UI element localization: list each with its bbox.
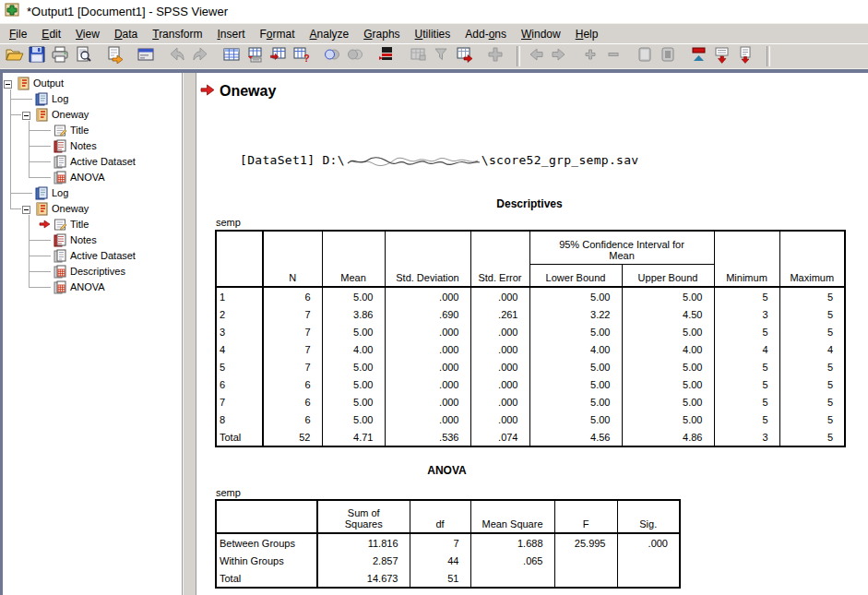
cell: 4 — [714, 340, 779, 358]
tree-item-label: Descriptives — [70, 266, 125, 277]
row-label: Total — [216, 428, 263, 446]
redacted-path-segment — [345, 155, 482, 167]
menu-file[interactable]: File — [2, 26, 34, 42]
toolbar-run-script-button[interactable] — [375, 45, 398, 67]
anova-row: Within Groups2.85744.065 — [216, 552, 680, 569]
toolbar-variable-info-button[interactable]: ? — [290, 45, 312, 67]
cell: 1.688 — [470, 533, 554, 552]
spss-app-icon — [5, 2, 20, 21]
cell: 2.857 — [317, 552, 410, 569]
row-label: 6 — [216, 375, 263, 393]
toolbar-undo-button — [166, 45, 188, 67]
cell: 7 — [263, 358, 322, 375]
cell: 4.71 — [322, 428, 385, 446]
anova-pivot-table[interactable]: Sum of SquaresdfMean SquareFSig.Between … — [215, 499, 681, 589]
table-icon — [53, 265, 67, 279]
tree-item-output[interactable]: Output — [3, 76, 182, 91]
descriptives-pivot-table[interactable]: NMeanStd. DeviationStd. Error95% Confide… — [215, 230, 846, 447]
cell: 5.00 — [322, 375, 385, 393]
toolbar-expand-button[interactable] — [579, 45, 601, 67]
cell: .000 — [470, 287, 529, 305]
toolbar-group — [103, 45, 126, 67]
log-icon — [34, 186, 49, 200]
cell: 7 — [263, 340, 322, 358]
anova-row: Total14.67351 — [216, 569, 680, 588]
expander-minus-icon[interactable] — [22, 205, 30, 213]
tree-guide — [10, 114, 21, 116]
cell: 3.22 — [529, 305, 622, 323]
toolbar-save-button[interactable] — [26, 45, 48, 67]
toolbar-move-item-button — [484, 45, 506, 67]
cell: 5 — [714, 323, 779, 340]
toolbar-goto-case-button[interactable] — [244, 45, 266, 67]
toolbar-hide-button — [657, 45, 679, 67]
row-label: 7 — [216, 393, 263, 411]
toolbar-use-sets-button[interactable] — [321, 45, 343, 67]
row-label: 1 — [216, 287, 263, 305]
expander-minus-icon[interactable] — [22, 111, 30, 119]
toolbar-print-preview-button[interactable] — [72, 45, 94, 67]
cell: .000 — [385, 375, 470, 393]
open-icon — [5, 45, 24, 67]
toolbar-open-button[interactable] — [3, 45, 25, 67]
toolbar-group — [135, 45, 158, 67]
anova-table-container: Sum of SquaresdfMean SquareFSig.Between … — [215, 499, 681, 589]
tree-guide — [10, 99, 32, 101]
toolbar-goto-output-item-button[interactable] — [453, 45, 475, 67]
toolbar-export-output-button[interactable] — [103, 45, 125, 67]
column-header: Minimum — [714, 231, 779, 287]
cell: 5.00 — [622, 323, 714, 340]
toolbar-insert-title-button[interactable] — [711, 45, 733, 67]
toolbar-goto-data-button[interactable] — [220, 45, 243, 67]
descriptives-row: Total524.71.536.0744.564.8635 — [216, 428, 845, 446]
menu-format[interactable]: Format — [253, 26, 303, 42]
tree-item-label: Active Dataset — [70, 250, 136, 261]
window-title: *Output1 [Document1] - SPSS Viewer — [27, 5, 228, 18]
menu-graphs[interactable]: Graphs — [356, 26, 407, 42]
menu-insert[interactable]: Insert — [209, 26, 252, 42]
outline-pane: OutputLogOnewayTitleNotesActive DatasetA… — [3, 73, 183, 595]
menu-edit[interactable]: Edit — [34, 26, 68, 42]
toolbar-insert-heading-button[interactable] — [688, 45, 710, 67]
pane-splitter[interactable] — [183, 73, 196, 595]
toolbar-promote-button[interactable] — [525, 45, 547, 67]
cell: 4.56 — [529, 428, 622, 446]
toolbar-group — [579, 45, 625, 67]
anova-caption: semp — [216, 487, 241, 498]
menu-data[interactable]: Data — [107, 26, 145, 42]
toolbar-collapse-button[interactable] — [602, 45, 624, 67]
toolbar-insert-text-button[interactable] — [734, 45, 756, 67]
toolbar-variables-button[interactable] — [267, 45, 289, 67]
toolbar-group — [525, 45, 571, 67]
menu-utilities[interactable]: Utilities — [408, 26, 458, 42]
toolbar-recall-dialog-button[interactable] — [135, 45, 157, 67]
toolbar-group: ? — [220, 45, 313, 67]
notes-icon — [53, 139, 67, 153]
menu-transform[interactable]: Transform — [145, 26, 209, 42]
dataset-icon — [53, 155, 67, 169]
print-preview-icon — [74, 45, 92, 67]
cell: 5 — [779, 305, 845, 323]
filter-icon — [432, 45, 450, 67]
cell: 5 — [714, 287, 779, 305]
cell: .000 — [617, 533, 680, 552]
column-header: Std. Error — [470, 231, 529, 287]
menu-view[interactable]: View — [68, 26, 107, 42]
table-icon — [53, 171, 67, 184]
tree-guide — [10, 89, 12, 208]
main-area: OutputLogOnewayTitleNotesActive DatasetA… — [0, 73, 868, 595]
goto-data-icon — [222, 45, 241, 67]
menu-add-ons[interactable]: Add-ons — [458, 26, 514, 42]
export-output-icon — [105, 45, 124, 67]
expander-minus-icon[interactable] — [4, 79, 12, 88]
tree-guide — [29, 256, 51, 257]
output-heading: Oneway — [220, 83, 276, 100]
menu-help[interactable]: Help — [568, 26, 606, 42]
toolbar-print-button[interactable] — [49, 45, 71, 67]
menu-window[interactable]: Window — [514, 26, 568, 42]
toolbar-demote-button[interactable] — [548, 45, 570, 67]
menu-analyze[interactable]: Analyze — [303, 26, 357, 42]
toolbar-separator — [767, 46, 770, 66]
cell: 5 — [779, 287, 845, 305]
cell: 5.00 — [622, 411, 714, 428]
